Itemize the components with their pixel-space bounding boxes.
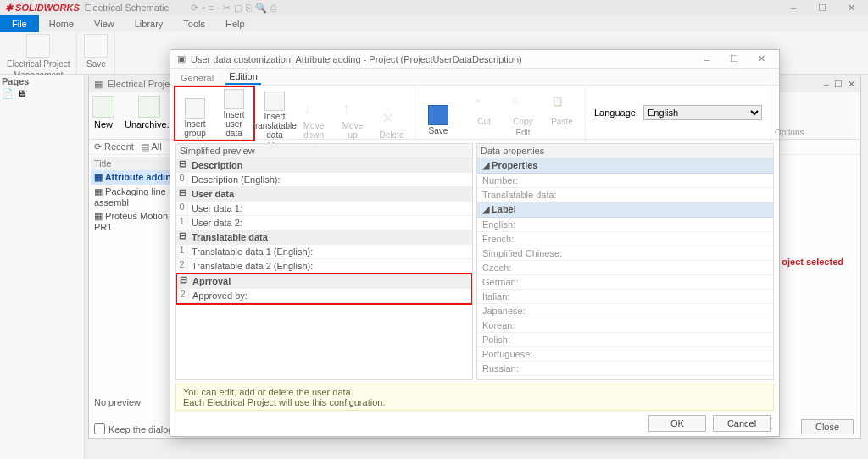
property-field[interactable]: German:: [477, 275, 773, 290]
pages-panel: Pages 📄 🖥: [0, 75, 85, 459]
move-down-button[interactable]: ↓Move down: [294, 86, 333, 141]
menu-help[interactable]: Help: [215, 17, 255, 30]
ribbon-save-label: Save: [86, 59, 106, 69]
preview-row[interactable]: 0User data 1:: [176, 202, 472, 216]
unarchive-button[interactable]: Unarchive...: [125, 96, 175, 130]
save-icon: [428, 105, 448, 125]
no-project-selected-msg: oject selected: [782, 257, 843, 267]
dialog-close[interactable]: ✕: [750, 53, 772, 64]
preview-row[interactable]: 2Translatable data 2 (English):: [176, 259, 472, 274]
app-subtitle: Electrical Schematic: [85, 3, 169, 13]
preview-row[interactable]: 1Translatable data 1 (English):: [176, 245, 472, 259]
window-maximize[interactable]: ☐: [810, 3, 834, 14]
property-field[interactable]: Korean:: [477, 318, 773, 333]
property-field[interactable]: English:: [477, 218, 773, 232]
preview-section-header[interactable]: ⊟User data: [176, 187, 472, 202]
menu-bar: File Home View Library Tools Help: [0, 15, 868, 32]
property-field[interactable]: Portuguese:: [477, 347, 773, 362]
move-up-button[interactable]: ↑Move up: [333, 86, 372, 141]
window-minimize[interactable]: –: [824, 79, 829, 89]
delete-button[interactable]: ✕Delete: [372, 86, 411, 141]
insert-user-data-button[interactable]: Insert user data: [214, 87, 253, 140]
app-titlebar: ✱ SOLIDWORKS Electrical Schematic ⟳ ▫ ≡ …: [0, 0, 868, 15]
menu-tools[interactable]: Tools: [173, 17, 215, 30]
qat-icon[interactable]: ⟳: [191, 3, 198, 14]
property-section[interactable]: ◢ Label: [477, 202, 773, 218]
language-label: Language:: [594, 108, 638, 118]
window-minimize[interactable]: –: [782, 3, 805, 13]
pages-header: Pages: [2, 76, 82, 86]
electrical-project-icon[interactable]: [26, 34, 50, 58]
tab-edition[interactable]: Edition: [225, 69, 261, 85]
insert-translatable-data-button[interactable]: Insert translatable data: [255, 86, 294, 141]
no-preview-label: No preview: [94, 397, 141, 407]
menu-home[interactable]: Home: [39, 17, 84, 30]
dialog-minimize[interactable]: –: [696, 54, 718, 64]
paste-button[interactable]: 📋Paste: [542, 86, 581, 128]
qat-icon[interactable]: ⎙: [270, 3, 276, 14]
property-field[interactable]: Czech:: [477, 261, 773, 275]
pages-tab-icon[interactable]: 📄: [2, 88, 14, 99]
property-field[interactable]: French:: [477, 232, 773, 246]
copy-button[interactable]: ⎘Copy: [504, 86, 542, 128]
cut-button[interactable]: ✂Cut: [465, 86, 504, 128]
brand-logo: ✱ SOLIDWORKS: [5, 3, 80, 14]
window-close[interactable]: ✕: [848, 79, 855, 90]
ribbon-group-label: Electrical Project: [7, 59, 70, 69]
user-data-customization-dialog: ▣ User data customization: Attribute add…: [170, 49, 780, 437]
qat-icon[interactable]: ▢: [234, 3, 242, 14]
menu-library[interactable]: Library: [125, 17, 174, 30]
property-field[interactable]: Italian:: [477, 290, 773, 304]
simplified-preview-panel: Simplified preview ⊟Description0Descript…: [175, 143, 473, 380]
property-field[interactable]: Japanese:: [477, 304, 773, 318]
property-field[interactable]: Number:: [477, 174, 773, 188]
pages-tab-icon[interactable]: 🖥: [17, 88, 26, 99]
quick-access-toolbar: ⟳ ▫ ≡ · ✂ ▢ ⎘ 🔍 ⎙: [191, 3, 276, 14]
preview-header: Simplified preview: [176, 144, 472, 158]
keep-dialog-open-checkbox[interactable]: [94, 423, 105, 434]
ribbon-caption-edit: Edit: [465, 128, 581, 139]
qat-icon[interactable]: ·: [217, 3, 220, 14]
preview-row[interactable]: 2Approved by:: [177, 289, 471, 303]
tab-all[interactable]: ▤ All: [141, 141, 162, 152]
preview-section-header[interactable]: ⊟Aprroval: [177, 274, 471, 289]
property-field[interactable]: Polish:: [477, 333, 773, 347]
qat-icon[interactable]: 🔍: [255, 3, 267, 14]
tab-recent[interactable]: ⟳ Recent: [94, 141, 134, 152]
hint-panel: You can edit, add or delete the user dat…: [175, 384, 774, 411]
cancel-button[interactable]: Cancel: [713, 415, 771, 432]
save-icon[interactable]: [84, 34, 108, 58]
preview-row[interactable]: 1User data 2:: [176, 216, 472, 230]
insert-group-button[interactable]: Insert group: [175, 87, 214, 140]
property-section[interactable]: ◢ Properties: [477, 158, 773, 174]
project-window-icon: ▦: [94, 79, 103, 90]
property-field[interactable]: Spanish:: [477, 376, 773, 379]
qat-icon[interactable]: ▫: [202, 3, 205, 14]
property-field[interactable]: Simplified Chinese:: [477, 246, 773, 261]
dialog-title: User data customization: Attribute addin…: [191, 54, 522, 64]
window-close[interactable]: ✕: [839, 3, 863, 14]
close-button[interactable]: Close: [801, 419, 854, 434]
language-select[interactable]: English: [643, 105, 762, 120]
property-field[interactable]: Translatable data:: [477, 188, 773, 202]
property-field[interactable]: Russian:: [477, 362, 773, 376]
dialog-icon: ▣: [177, 53, 186, 64]
preview-section-header[interactable]: ⊟Translatable data: [176, 230, 472, 245]
window-maximize[interactable]: ☐: [834, 79, 843, 90]
menu-view[interactable]: View: [84, 17, 125, 30]
save-button[interactable]: Save: [419, 86, 458, 137]
new-button[interactable]: New: [92, 96, 114, 130]
qat-icon[interactable]: ✂: [223, 3, 231, 14]
ribbon-caption-options: Options: [775, 128, 804, 139]
qat-icon[interactable]: ⎘: [246, 3, 252, 14]
preview-section-header[interactable]: ⊟Description: [176, 158, 472, 173]
props-header: Data properties: [477, 144, 773, 158]
file-tab[interactable]: File: [0, 15, 39, 32]
preview-row[interactable]: 0Description (English):: [176, 173, 472, 187]
qat-icon[interactable]: ≡: [209, 3, 214, 14]
tab-general[interactable]: General: [177, 71, 217, 85]
dialog-maximize[interactable]: ☐: [723, 53, 745, 64]
ok-button[interactable]: OK: [648, 415, 706, 432]
data-properties-panel: Data properties ◢ PropertiesNumber:Trans…: [476, 143, 774, 380]
